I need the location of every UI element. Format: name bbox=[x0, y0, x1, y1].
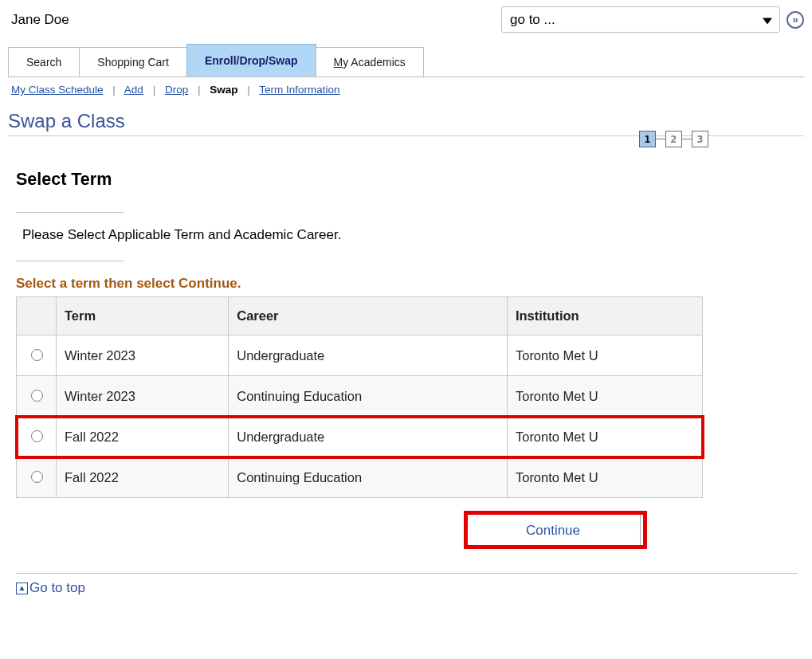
cell-institution: Toronto Met U bbox=[507, 417, 702, 457]
cell-institution: Toronto Met U bbox=[507, 376, 702, 417]
page-title: Swap a Class bbox=[8, 110, 804, 132]
table-row: Fall 2022 Undergraduate Toronto Met U bbox=[17, 417, 703, 457]
go-to-top-label: Go to top bbox=[29, 580, 85, 596]
cell-institution: Toronto Met U bbox=[507, 335, 702, 376]
tab-my-academics[interactable]: My Academics bbox=[316, 47, 424, 76]
separator: | bbox=[112, 84, 116, 96]
cell-career: Undergraduate bbox=[229, 335, 508, 376]
subnav-my-class-schedule[interactable]: My Class Schedule bbox=[11, 84, 104, 96]
col-institution: Institution bbox=[507, 297, 702, 335]
separator: | bbox=[198, 84, 201, 96]
term-table: Term Career Institution Winter 2023 Unde… bbox=[16, 296, 703, 498]
student-name: Jane Doe bbox=[8, 12, 69, 28]
bottom-rule bbox=[16, 573, 798, 574]
table-row: Winter 2023 Continuing Education Toronto… bbox=[17, 376, 703, 417]
instruction-text: Please Select Applicable Term and Academ… bbox=[16, 227, 798, 243]
cell-term: Winter 2023 bbox=[57, 335, 229, 376]
term-radio-3[interactable] bbox=[31, 471, 43, 483]
term-radio-1[interactable] bbox=[31, 390, 43, 402]
separator: | bbox=[247, 84, 250, 96]
term-radio-2[interactable] bbox=[31, 430, 43, 442]
tab-my-academics-rest: y Academics bbox=[343, 56, 406, 69]
subnav-add[interactable]: Add bbox=[124, 84, 143, 96]
subnav-swap: Swap bbox=[210, 84, 237, 96]
short-rule-bottom bbox=[16, 261, 124, 261]
cell-term: Winter 2023 bbox=[57, 376, 229, 417]
col-radio bbox=[17, 297, 57, 335]
tab-my-academics-accesskey: M bbox=[334, 56, 343, 69]
table-row: Fall 2022 Continuing Education Toronto M… bbox=[17, 457, 703, 498]
table-caption: Select a term then select Continue. bbox=[16, 276, 798, 292]
table-row: Winter 2023 Undergraduate Toronto Met U bbox=[17, 335, 703, 376]
cell-institution: Toronto Met U bbox=[507, 457, 702, 498]
cell-career: Continuing Education bbox=[229, 376, 508, 417]
cell-career: Undergraduate bbox=[229, 417, 508, 457]
cell-career: Continuing Education bbox=[229, 457, 508, 498]
short-rule-top bbox=[16, 212, 124, 213]
subnav-drop[interactable]: Drop bbox=[165, 84, 188, 96]
goto-select-wrap: go to ... bbox=[501, 6, 780, 33]
go-to-top-link[interactable]: ▲ Go to top bbox=[16, 580, 85, 596]
tab-shopping-cart[interactable]: Shopping Cart bbox=[79, 47, 187, 76]
arrow-up-icon: ▲ bbox=[16, 583, 28, 594]
col-term: Term bbox=[57, 297, 229, 335]
sub-nav: My Class Schedule | Add | Drop | Swap | … bbox=[8, 77, 804, 102]
separator: | bbox=[153, 84, 156, 96]
go-button[interactable]: » bbox=[787, 11, 804, 29]
cell-term: Fall 2022 bbox=[57, 457, 229, 498]
tab-enroll-drop-swap[interactable]: Enroll/Drop/Swap bbox=[186, 44, 316, 76]
subnav-term-information[interactable]: Term Information bbox=[259, 84, 339, 96]
tab-search[interactable]: Search bbox=[8, 47, 80, 76]
term-radio-0[interactable] bbox=[31, 349, 43, 361]
continue-button[interactable]: Continue bbox=[465, 514, 641, 547]
double-chevron-right-icon: » bbox=[792, 14, 798, 25]
cell-term: Fall 2022 bbox=[57, 417, 229, 457]
col-career: Career bbox=[229, 297, 508, 335]
main-tabs: Search Shopping Cart Enroll/Drop/Swap My… bbox=[8, 44, 804, 77]
goto-select[interactable]: go to ... bbox=[501, 6, 780, 33]
section-title: Select Term bbox=[16, 170, 798, 190]
